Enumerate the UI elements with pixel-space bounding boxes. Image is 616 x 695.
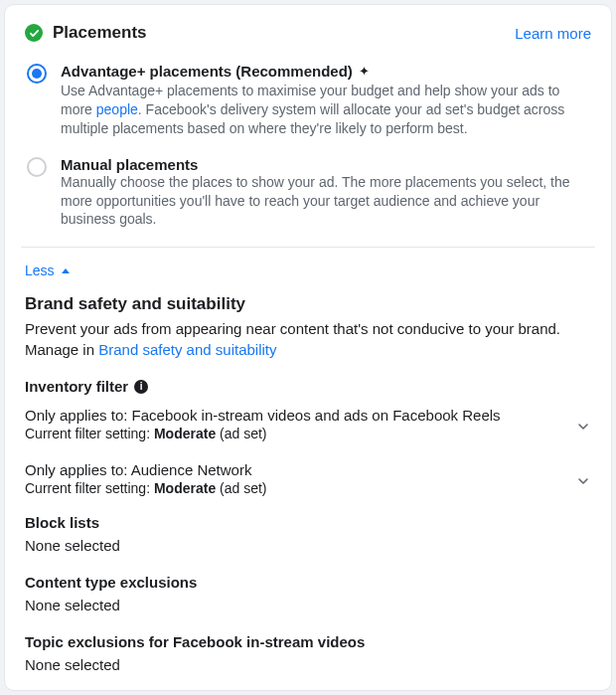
- option-manual[interactable]: Manual placements Manually choose the pl…: [25, 156, 591, 230]
- brand-safety-title: Brand safety and suitability: [25, 294, 591, 314]
- option-advantage-title: Advantage+ placements (Recommended): [61, 63, 353, 80]
- filter2-current-bold: Moderate: [154, 480, 216, 496]
- chevron-down-icon[interactable]: [577, 419, 587, 429]
- inventory-filter-header: Inventory filter i: [25, 378, 591, 395]
- header-left: Placements: [25, 23, 147, 43]
- content-exclusions-value: None selected: [25, 597, 591, 613]
- content-exclusions-title: Content type exclusions: [25, 574, 591, 591]
- option-manual-desc: Manually choose the places to show your …: [61, 173, 591, 230]
- filter1-applies: Only applies to: Facebook in-stream vide…: [25, 405, 501, 426]
- learn-more-link[interactable]: Learn more: [515, 25, 591, 42]
- filter2-current-pre: Current filter setting:: [25, 480, 154, 496]
- check-circle-icon: [25, 24, 43, 42]
- radio-manual[interactable]: [27, 157, 47, 177]
- block-lists-title: Block lists: [25, 514, 591, 531]
- inventory-filter-title: Inventory filter: [25, 378, 128, 395]
- less-label: Less: [25, 262, 55, 278]
- filter1-current: Current filter setting: Moderate (ad set…: [25, 426, 501, 441]
- info-icon[interactable]: i: [134, 380, 148, 394]
- filter2-current-post: (ad set): [216, 480, 266, 496]
- chevron-down-icon[interactable]: [577, 473, 587, 483]
- section-title: Placements: [53, 23, 147, 43]
- less-toggle[interactable]: Less: [25, 262, 70, 278]
- placements-card: Placements Learn more Advantage+ placeme…: [4, 4, 612, 691]
- topic-exclusions-title: Topic exclusions for Facebook in-stream …: [25, 633, 591, 650]
- filter-facebook-instream[interactable]: Only applies to: Facebook in-stream vide…: [25, 405, 591, 441]
- manage-pre: Manage in: [25, 341, 98, 358]
- divider: [21, 247, 595, 248]
- brand-safety-manage: Manage in Brand safety and suitability: [25, 341, 591, 358]
- radio-advantage[interactable]: [27, 64, 47, 84]
- sparkle-icon: ✦: [359, 64, 370, 79]
- filter1-current-bold: Moderate: [154, 426, 216, 441]
- filter-audience-network[interactable]: Only applies to: Audience Network Curren…: [25, 459, 591, 496]
- option-advantage-desc: Use Advantage+ placements to maximise yo…: [61, 82, 591, 138]
- people-link[interactable]: people: [96, 101, 138, 117]
- option-manual-body: Manual placements Manually choose the pl…: [61, 156, 591, 230]
- option-advantage-body: Advantage+ placements (Recommended) ✦ Us…: [61, 63, 591, 138]
- option-advantage[interactable]: Advantage+ placements (Recommended) ✦ Us…: [25, 63, 591, 138]
- topic-exclusions-value: None selected: [25, 656, 591, 673]
- filter2-applies: Only applies to: Audience Network: [25, 459, 267, 480]
- block-lists-value: None selected: [25, 537, 591, 554]
- option-manual-title: Manual placements: [61, 156, 591, 173]
- filter1-current-post: (ad set): [216, 426, 266, 441]
- caret-up-icon: [62, 268, 70, 273]
- brand-safety-link[interactable]: Brand safety and suitability: [98, 341, 276, 358]
- card-header: Placements Learn more: [25, 23, 591, 43]
- filter2-current: Current filter setting: Moderate (ad set…: [25, 480, 267, 496]
- filter1-current-pre: Current filter setting:: [25, 426, 154, 441]
- brand-safety-desc: Prevent your ads from appearing near con…: [25, 318, 591, 339]
